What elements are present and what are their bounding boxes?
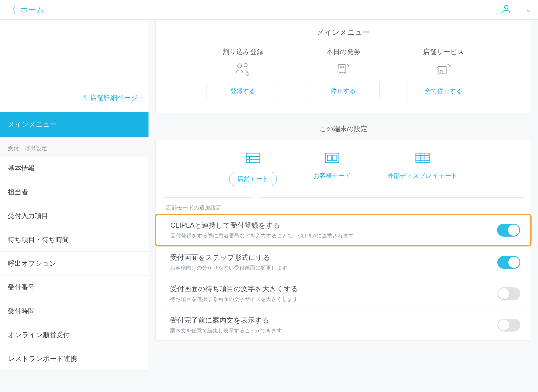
main: メインメニュー 割り込み登録 登録する 本日の発券 停 [149,20,538,392]
external-link-icon: ⇱ [83,94,87,101]
sidebar-item-call-options[interactable]: 呼出オプション [0,252,149,276]
sidebar-item-wait-items[interactable]: 待ち項目・待ち時間 [0,228,149,252]
sidebar-item-input-fields[interactable]: 受付入力項目 [0,204,149,228]
mode-tab-display[interactable]: 外部ディスプレイモード [388,151,458,186]
shop-detail-link[interactable]: ⇱ 店舗詳細ページ [83,93,138,102]
shop-link-label: 店舗詳細ページ [90,93,138,102]
mode-tab-store[interactable]: 店舗モード [229,151,277,186]
mode-tab-label: 店舗モード [229,172,277,186]
svg-point-5 [343,67,344,67]
tile-label: 割り込み登録 [222,47,263,56]
setting-desc: 受付登録をする際に患者番号などを入力することで、CLIPLAに連携されます [170,232,354,239]
back-label: ホーム [20,4,44,15]
toggle-step-form[interactable] [497,256,520,269]
svg-point-0 [505,5,508,9]
setting-title: CLIPLAと連携して受付登録をする [170,221,354,230]
device-settings-title: この端末の設定 [155,113,531,140]
setting-large-text: 受付画面の待ち項目の文字を大きくする 待ち項目を選択する画面の文字サイズを大きく… [156,278,531,309]
sidebar-item-restaurant-board[interactable]: レストランボード連携 [0,347,149,371]
toggle-clipla[interactable] [497,224,520,237]
main-menu-panel: メインメニュー 割り込み登録 登録する 本日の発券 停 [155,20,531,113]
setting-desc: お客様向けの分かりやすい受付画面に変更します [170,264,287,272]
profile-icon[interactable] [501,4,512,16]
device-settings-panel: 店舗モード お客様モード 外部ディスプレイモード [155,140,531,341]
back-button[interactable]: 〈 ホーム [6,4,44,16]
receipt-cycle-icon [335,61,351,77]
tile-button-stop-all[interactable]: 全て停止する [407,82,480,100]
sidebar-item-online-reception[interactable]: オンライン順番受付 [0,323,149,347]
mode-tab-label: 外部ディスプレイモード [388,172,458,180]
people-cycle-icon [235,61,251,77]
chevron-left-icon: 〈 [7,4,17,16]
sidebar-item-reception-time[interactable]: 受付時間 [0,299,149,323]
tile-today-ticket: 本日の発券 停止する [307,47,380,100]
setting-title: 受付画面をステップ形式にする [170,253,287,262]
tile-button-stop[interactable]: 停止する [307,82,380,100]
mode-tab-customer[interactable]: お客様モード [313,151,351,186]
tile-label: 本日の発券 [326,47,360,56]
chevron-down-icon[interactable]: ⌄ [526,6,531,13]
setting-title: 受付完了前に案内文を表示する [170,316,282,325]
sidebar-item-staff[interactable]: 担当者 [0,180,149,204]
setting-desc: 待ち項目を選択する画面の文字サイズを大きくします [170,296,298,303]
display-mode-icon [414,151,431,166]
svg-point-4 [342,67,342,67]
tile-label: 店舗サービス [423,47,464,56]
svg-rect-6 [246,153,259,163]
customer-mode-icon [324,151,340,166]
setting-step-form: 受付画面をステップ形式にする お客様向けの分かりやすい受付画面に変更します [156,246,531,278]
mode-tabs: 店舗モード お客様モード 外部ディスプレイモード [156,140,531,197]
svg-rect-11 [327,155,331,160]
sidebar-item-main-menu[interactable]: メインメニュー [0,112,149,137]
tile-store-service: 店舗サービス 全て停止する [407,47,480,100]
tile-interrupt-register: 割り込み登録 登録する [207,47,279,100]
setting-desc: 案内文を任意で編集し表示することができます [170,327,282,334]
sidebar: ⇱ 店舗詳細ページ メインメニュー 受付・呼出設定 基本情報 担当者 受付入力項… [0,20,149,392]
mode-tab-label: お客様モード [313,172,351,180]
svg-rect-12 [333,155,337,160]
main-menu-title: メインメニュー [156,20,531,47]
toggle-pre-complete-msg[interactable] [497,319,520,332]
store-cycle-icon [435,61,452,77]
tile-button-register[interactable]: 登録する [207,82,279,100]
sidebar-section-header: 受付・呼出設定 [0,137,149,157]
topbar: 〈 ホーム ⌄ [0,0,538,20]
sidebar-item-basic-info[interactable]: 基本情報 [0,157,149,180]
setting-pre-complete-msg: 受付完了前に案内文を表示する 案内文を任意で編集し表示することができます [156,309,531,340]
svg-point-2 [244,64,247,67]
settings-list: CLIPLAと連携して受付登録をする 受付登録をする際に患者番号などを入力するこ… [156,214,531,340]
setting-clipla-link: CLIPLAと連携して受付登録をする 受付登録をする際に患者番号などを入力するこ… [155,214,532,246]
toggle-large-text[interactable] [497,287,520,300]
sidebar-item-reception-number[interactable]: 受付番号 [0,276,149,299]
shop-link-area: ⇱ 店舗詳細ページ [0,20,149,112]
svg-point-3 [340,67,341,67]
store-mode-icon [245,151,261,166]
setting-title: 受付画面の待ち項目の文字を大きくする [170,284,298,293]
svg-point-1 [238,64,242,68]
mode-section-label: 店舗モードの追加設定 [156,198,531,214]
